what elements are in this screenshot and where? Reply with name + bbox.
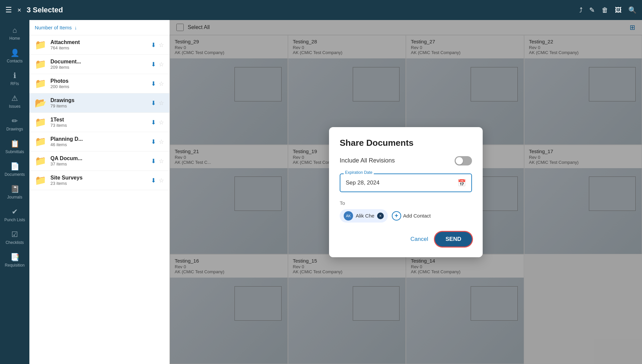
main-layout: ⌂ Home 👤 Contacts ℹ RFIs ⚠ Issues ✏ Draw… xyxy=(0,20,642,364)
folder-icon: 📁 xyxy=(35,39,46,50)
download-icon[interactable]: ⬇ xyxy=(151,177,156,184)
list-item[interactable]: 📁 Site Surveys 23 items ⬇ ☆ xyxy=(29,171,169,190)
submittals-icon: 📋 xyxy=(10,139,19,148)
sidebar-item-issues[interactable]: ⚠ Issues xyxy=(0,91,29,112)
folder-icon: 📁 xyxy=(35,59,46,70)
star-icon[interactable]: ☆ xyxy=(159,80,164,87)
add-contact-button[interactable]: + Add Contact xyxy=(392,211,431,221)
list-item[interactable]: 📁 Attachment 764 items ⬇ ☆ xyxy=(29,35,169,55)
avatar: AK xyxy=(344,211,353,221)
list-item[interactable]: 📁 Photos 200 items ⬇ ☆ xyxy=(29,74,169,93)
sidebar-item-punch-lists[interactable]: ✔ Punch Lists xyxy=(0,204,29,226)
file-info: Attachment 764 items xyxy=(50,39,147,50)
file-actions: ⬇ ☆ xyxy=(151,177,164,184)
sidebar-item-journals[interactable]: 📓 Journals xyxy=(0,181,29,203)
image-icon[interactable]: 🖼 xyxy=(615,6,622,14)
top-header: ☰ × 3 Selected ⤴ ✎ 🗑 🖼 🔍 xyxy=(0,0,642,20)
expiration-date-value: Sep 28, 2024 xyxy=(346,179,379,186)
list-item[interactable]: 📁 1Test 73 items ⬇ ☆ xyxy=(29,113,169,132)
search-icon[interactable]: 🔍 xyxy=(628,6,637,14)
sidebar-item-label: Punch Lists xyxy=(4,218,25,222)
contact-chip: AK Alik Che × xyxy=(340,209,388,223)
star-icon[interactable]: ☆ xyxy=(159,41,164,49)
file-count: 37 items xyxy=(50,161,147,166)
share-icon[interactable]: ⤴ xyxy=(579,6,583,14)
sidebar-item-checklists[interactable]: ☑ Checklists xyxy=(0,227,29,248)
edit-icon[interactable]: ✎ xyxy=(589,6,595,14)
download-icon[interactable]: ⬇ xyxy=(151,119,156,126)
list-item[interactable]: 📁 QA Docum... 37 items ⬇ ☆ xyxy=(29,151,169,171)
file-name: Document... xyxy=(50,59,147,65)
delete-icon[interactable]: 🗑 xyxy=(602,6,608,14)
download-icon[interactable]: ⬇ xyxy=(151,80,156,87)
folder-icon: 📁 xyxy=(35,136,46,147)
file-actions: ⬇ ☆ xyxy=(151,80,164,87)
expiration-date-field[interactable]: Sep 28, 2024 📅 xyxy=(340,173,472,192)
close-button[interactable]: × xyxy=(17,6,21,14)
download-icon[interactable]: ⬇ xyxy=(151,157,156,165)
file-info: 1Test 73 items xyxy=(50,117,147,128)
expiration-date-label: Expiration Date xyxy=(344,170,374,175)
share-documents-modal: Share Documents Include All Revisions Ex… xyxy=(329,127,483,257)
download-icon[interactable]: ⬇ xyxy=(151,61,156,68)
send-button[interactable]: SEND xyxy=(435,232,472,247)
file-count: 23 items xyxy=(50,181,147,186)
rfis-icon: ℹ xyxy=(13,71,16,80)
file-info: Planning D... 46 items xyxy=(50,136,147,147)
sidebar-item-contacts[interactable]: 👤 Contacts xyxy=(0,45,29,67)
sort-icon[interactable]: ↓ xyxy=(74,25,77,30)
download-icon[interactable]: ⬇ xyxy=(151,41,156,49)
requisition-icon: 📑 xyxy=(10,253,19,262)
folder-icon: 📁 xyxy=(35,117,46,128)
folder-icon: 📂 xyxy=(35,97,46,108)
file-name: Planning D... xyxy=(50,136,147,142)
include-revisions-toggle[interactable] xyxy=(455,156,472,165)
sidebar-item-submittals[interactable]: 📋 Submittals xyxy=(0,136,29,157)
sidebar-item-label: Contacts xyxy=(7,59,22,63)
file-info: Site Surveys 23 items xyxy=(50,175,147,186)
file-name: Attachment xyxy=(50,39,147,45)
download-icon[interactable]: ⬇ xyxy=(151,138,156,145)
star-icon[interactable]: ☆ xyxy=(159,157,164,165)
star-icon[interactable]: ☆ xyxy=(159,99,164,107)
file-actions: ⬇ ☆ xyxy=(151,61,164,68)
file-count: 79 items xyxy=(50,103,147,108)
star-icon[interactable]: ☆ xyxy=(159,61,164,68)
file-actions: ⬇ ☆ xyxy=(151,41,164,49)
sidebar-item-documents[interactable]: 📄 Documents xyxy=(0,159,29,180)
list-item[interactable]: 📂 Drawings 79 items ⬇ ☆ xyxy=(29,93,169,113)
add-icon: + xyxy=(392,211,401,221)
contacts-icon: 👤 xyxy=(10,49,19,57)
sidebar-item-rfis[interactable]: ℹ RFIs xyxy=(0,68,29,89)
issues-icon: ⚠ xyxy=(11,94,18,103)
cancel-button[interactable]: Cancel xyxy=(411,236,428,243)
sort-label: Number of Items xyxy=(35,25,72,30)
sidebar-item-drawings[interactable]: ✏ Drawings xyxy=(0,113,29,135)
list-item[interactable]: 📁 Planning D... 46 items ⬇ ☆ xyxy=(29,132,169,151)
star-icon[interactable]: ☆ xyxy=(159,138,164,145)
file-count: 764 items xyxy=(50,45,147,50)
list-item[interactable]: 📁 Document... 209 items ⬇ ☆ xyxy=(29,55,169,74)
file-info: Document... 209 items xyxy=(50,59,147,70)
sidebar-item-label: RFIs xyxy=(10,81,19,86)
file-name: Drawings xyxy=(50,97,147,103)
sidebar-item-label: Checklists xyxy=(6,240,24,245)
star-icon[interactable]: ☆ xyxy=(159,177,164,184)
hamburger-icon[interactable]: ☰ xyxy=(5,6,12,14)
to-label: To xyxy=(340,200,472,206)
download-icon[interactable]: ⬇ xyxy=(151,99,156,107)
folder-icon: 📁 xyxy=(35,175,46,186)
sidebar-item-requisition[interactable]: 📑 Requisition xyxy=(0,250,29,271)
sidebar-item-label: Documents xyxy=(5,172,25,177)
include-revisions-label: Include All Revisions xyxy=(340,157,395,164)
sidebar-item-home[interactable]: ⌂ Home xyxy=(0,23,29,44)
file-name: Photos xyxy=(50,78,147,84)
folder-icon: 📁 xyxy=(35,78,46,89)
include-revisions-row: Include All Revisions xyxy=(340,156,472,165)
file-count: 73 items xyxy=(50,123,147,128)
file-name: Site Surveys xyxy=(50,175,147,181)
remove-contact-button[interactable]: × xyxy=(377,213,384,219)
sidebar-item-label: Home xyxy=(9,36,20,41)
sidebar-item-label: Submittals xyxy=(5,149,24,154)
star-icon[interactable]: ☆ xyxy=(159,119,164,126)
